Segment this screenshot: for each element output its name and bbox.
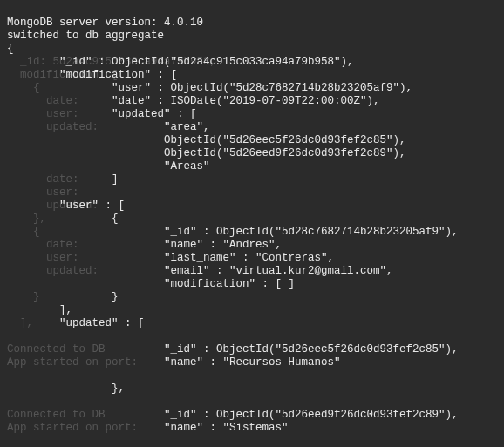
output-line: switched to db aggregate — [7, 30, 164, 42]
output-line: } — [7, 291, 119, 303]
output-line: "updated" : [ — [7, 317, 145, 329]
output-line: }, — [7, 383, 125, 395]
output-line: "user" : [ — [7, 200, 125, 212]
output-line: "updated" : [ — [7, 108, 197, 120]
output-line: "Areas" — [7, 160, 210, 173]
output-line: "_id" : ObjectId("5d28c7682714b28b23205a… — [7, 226, 459, 238]
output-line: { — [7, 213, 119, 225]
output-line: "_id" : ObjectId("5d2a4c915c033ca94a79b9… — [7, 56, 354, 68]
output-line: ObjectId("5d26eed9f26dc0d93fef2c89"), — [7, 147, 406, 159]
terminal-output: MongoDB server version: 4.0.10 switched … — [7, 3, 459, 447]
output-line: "name" : "Recursos Humanos" — [7, 356, 341, 369]
output-line: "area", — [7, 121, 210, 133]
output-line: ObjectId("5d26eec5f26dc0d93fef2c85"), — [7, 134, 406, 146]
output-line: "email" : "virtual.kur2@gmail.com", — [7, 265, 393, 277]
output-line: "date" : ISODate("2019-07-09T22:00:00Z")… — [7, 95, 380, 107]
output-line: ], — [7, 304, 72, 316]
output-line: "name" : "Andres", — [7, 239, 282, 251]
output-line: "user" : ObjectId("5d28c7682714b28b23205… — [7, 82, 412, 94]
output-line: "name" : "Sistemas" — [7, 422, 289, 434]
output-line: MongoDB server version: 4.0.10 — [7, 17, 203, 29]
output-line: ] — [7, 173, 119, 186]
output-line: "_id" : ObjectId("5d26eed9f26dc0d93fef2c… — [7, 409, 459, 421]
output-line: { — [7, 43, 14, 55]
output-line: "last_name" : "Contreras", — [7, 252, 334, 264]
output-line: "_id" : ObjectId("5d26eec5f26dc0d93fef2c… — [7, 343, 459, 356]
output-line: "modification" : [ ] — [7, 278, 295, 290]
output-line: "modification" : [ — [7, 69, 177, 81]
